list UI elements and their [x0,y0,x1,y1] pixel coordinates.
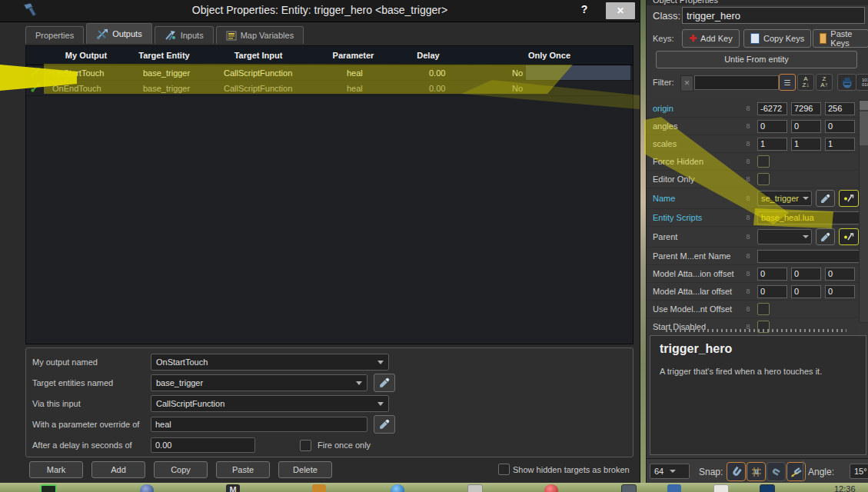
clear-filter-button[interactable]: ✕ [680,75,693,91]
close-button[interactable]: ✕ [606,2,635,19]
binary-button[interactable]: 101010 [856,74,868,91]
delete-button[interactable]: Delete [278,461,332,478]
entity-picker-button[interactable] [839,190,859,207]
copy-keys-button[interactable]: Copy Keys [743,29,811,48]
col-my-output[interactable]: My Output [45,51,128,60]
keys-label: Keys: [653,34,674,43]
eyedropper-button[interactable] [374,374,395,392]
prop-row-start-disabled[interactable]: Start Disabled 8 [647,318,859,336]
untie-from-entity-button[interactable]: Untie From entity [656,51,857,68]
toolbar-divider [803,460,803,482]
taskbar-app-icon[interactable] [140,484,154,492]
prop-row-scales[interactable]: scales 8 1 1 1 [647,135,859,153]
prop-row-editor-only[interactable]: Editor Only 8 [647,171,859,188]
taskbar-app-icon[interactable] [467,484,483,492]
taskbar-app-icon[interactable] [667,484,681,492]
parent-attachment-input[interactable] [757,250,863,263]
prop-row-model-attachment-angular-offset[interactable]: Model Atta...lar offset 8 0 0 0 [647,283,859,301]
my-output-combo[interactable]: OnStartTouch [151,354,389,371]
entity-picker-button[interactable] [839,228,859,245]
prop-row-parent-attachment-name[interactable]: Parent M...ent Name 8 [647,248,859,265]
dialog-titlebar[interactable]: Object Properties: Entity: trigger_hero … [0,0,640,22]
tab-map-variables[interactable]: Map Variables [216,26,304,44]
entity-description: trigger_hero A trigger that's fired when… [650,335,866,455]
angle-combo[interactable]: 15° [850,464,868,479]
prop-row-angles[interactable]: angles 8 0 0 0 [647,118,859,135]
output-row-onstarttouch[interactable]: OnStartTouch base_trigger CallScriptFunc… [26,65,633,81]
prop-row-model-attachment-position-offset[interactable]: Model Atta...ion offset 8 0 0 0 [647,265,859,283]
add-button[interactable]: Add [91,461,145,478]
use-model-offset-checkbox[interactable] [757,303,770,315]
prop-row-use-model-attachment-offset[interactable]: Use Model...nt Offset 8 [647,301,859,318]
add-key-button[interactable]: ✚ Add Key [682,29,740,48]
name-combo[interactable]: se_trigger [757,191,812,206]
entity-class-description: A trigger that's fired when a hero touch… [660,367,858,376]
menu-button[interactable]: ☰ [779,74,796,91]
eyedropper-button[interactable] [816,190,836,207]
eyedropper-icon [379,377,390,388]
prop-row-parent[interactable]: Parent 8 [647,227,859,248]
taskbar-app-icon[interactable] [312,484,326,492]
sort-az-button[interactable]: AZ↓ [797,74,814,91]
col-target-entity[interactable]: Target Entity [128,51,201,60]
prop-row-origin[interactable]: origin 8 -6272 7296 256 [647,100,859,118]
property-grid-scrollbar[interactable] [859,100,868,323]
chevron-down-icon [356,381,362,385]
col-parameter[interactable]: Parameter [316,51,391,60]
help-button[interactable]: ? [578,3,590,15]
entity-picker-icon [843,194,854,204]
prop-row-name[interactable]: Name 8 se_trigger [647,188,859,209]
paste-button[interactable]: Paste [216,461,270,478]
snap-toolbar: 64 Snap: [646,458,868,483]
spy-button[interactable] [837,74,856,91]
fire-once-checkbox[interactable] [300,440,311,451]
taskbar-app-icon[interactable]: M [226,484,240,492]
prop-row-force-hidden[interactable]: Force Hidden 8 [647,153,859,171]
grid-lines-snap-toggle[interactable] [747,462,766,481]
grid-snap-toggle[interactable] [727,462,746,481]
screen: Object Properties: Entity: trigger_hero … [0,0,868,492]
eyedropper-button[interactable] [816,228,836,245]
col-only-once[interactable]: Only Once [466,51,633,60]
mark-button[interactable]: Mark [29,461,83,478]
taskbar-app-icon[interactable] [621,484,637,492]
force-hidden-checkbox[interactable] [757,155,770,168]
parameter-input[interactable] [151,417,367,432]
filter-input[interactable] [694,75,779,90]
col-delay[interactable]: Delay [391,51,466,60]
taskbar-app-icon[interactable] [544,484,558,492]
link-icon: 8 [739,140,757,148]
paste-keys-button[interactable]: Paste Keys [813,29,868,48]
copy-button[interactable]: Copy [154,461,208,478]
panel-header: Object Properties [647,0,868,5]
tab-inputs[interactable]: Inputs [155,26,214,44]
taskbar-app-icon[interactable] [713,484,729,492]
scrollbar-thumb[interactable] [860,111,868,145]
eyedropper-button[interactable] [374,415,395,434]
grid-size-combo[interactable]: 64 [650,464,690,479]
entity-scripts-input[interactable] [757,211,863,224]
vertex-snap-toggle[interactable] [767,462,786,481]
col-target-input[interactable]: Target Input [201,51,316,60]
filter-label: Filter: [653,78,674,87]
output-connection-icon [30,68,41,78]
delay-input[interactable] [151,437,255,453]
tab-properties[interactable]: Properties [25,26,84,44]
grid-magnet-icon [750,466,763,478]
output-row-onendtouch[interactable]: OnEndTouch base_trigger CallScriptFuncti… [26,81,633,96]
taskbar-app-icon[interactable] [760,484,775,492]
target-entities-combo[interactable]: base_trigger [151,374,367,391]
taskbar-app-icon[interactable] [391,484,404,492]
prop-row-entity-scripts[interactable]: Entity Scripts 8 [647,209,859,227]
parent-combo[interactable] [757,229,812,244]
show-hidden-checkbox[interactable] [498,464,510,475]
via-input-combo[interactable]: CallScriptFunction [151,395,389,412]
sort-za-button[interactable]: ZA↑ [816,74,833,91]
show-hidden-label: Show hidden targets as broken [513,465,630,474]
taskbar-app-icon[interactable] [40,484,57,492]
panel-splitter[interactable] [666,329,846,332]
tab-outputs[interactable]: Outputs [86,23,152,44]
class-input[interactable] [682,7,865,24]
editor-only-checkbox[interactable] [757,173,770,185]
scroll-up-button[interactable] [860,101,868,110]
